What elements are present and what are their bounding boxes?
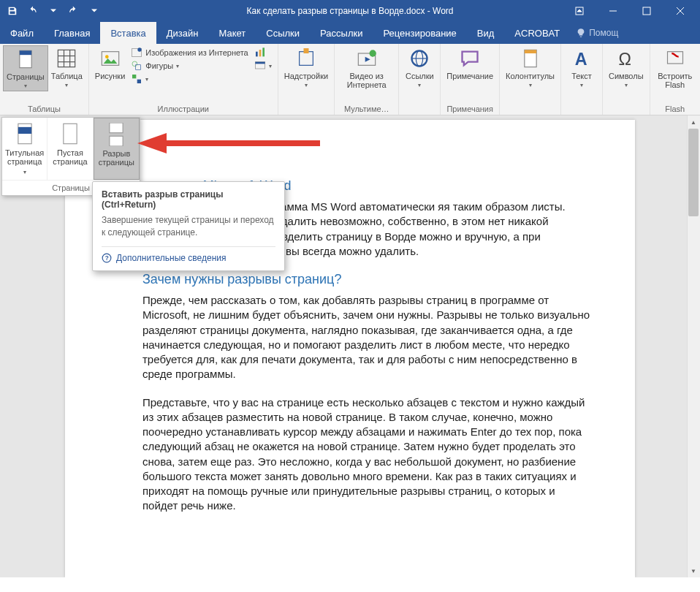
group-text: A Текст ▾ <box>561 44 603 115</box>
tab-home[interactable]: Главная <box>44 22 100 44</box>
header-footer-button[interactable]: Колонтитулы ▾ <box>503 45 558 90</box>
svg-rect-25 <box>300 52 313 66</box>
window-controls <box>563 0 697 22</box>
qat-customize[interactable] <box>85 1 104 20</box>
page-break-button[interactable]: Разрыв страницы <box>94 118 140 180</box>
svg-rect-18 <box>132 75 136 78</box>
tab-mailings[interactable]: Рассылки <box>310 22 373 44</box>
group-links: Ссылки ▾ <box>399 44 441 115</box>
comment-icon <box>458 47 482 70</box>
blank-page-button[interactable]: Пустая страница <box>47 118 93 180</box>
header-footer-label: Колонтитулы <box>506 72 555 80</box>
undo-button[interactable] <box>23 1 42 20</box>
svg-rect-7 <box>58 50 75 67</box>
cover-page-button[interactable]: Титульная страница ▾ <box>2 118 47 180</box>
tab-file[interactable]: Файл <box>0 22 44 44</box>
smartart-button[interactable]: ▾ <box>131 73 248 85</box>
svg-rect-36 <box>667 52 682 64</box>
pictures-icon <box>99 47 122 70</box>
ribbon-display-options[interactable] <box>563 0 596 22</box>
group-illustrations-label: Иллюстрации <box>92 103 275 115</box>
scroll-up-button[interactable]: ▲ <box>687 115 700 129</box>
dropdown-icon: ▾ <box>269 63 272 69</box>
doc-paragraph-3: Представьте, что у вас на странице есть … <box>142 395 591 514</box>
dropdown-icon: ▾ <box>65 82 68 88</box>
group-symbols: Ω Символы ▾ <box>603 44 650 115</box>
comment-button[interactable]: Примечание <box>444 45 496 82</box>
minimize-button[interactable] <box>596 0 630 22</box>
comment-label: Примечание <box>446 72 493 80</box>
tab-insert[interactable]: Вставка <box>100 22 156 44</box>
header-footer-icon <box>519 47 542 70</box>
svg-point-16 <box>132 61 137 67</box>
ribbon: Страницы ▾ Таблица ▾ Таблицы Рисунки Изо… <box>0 44 700 115</box>
group-comments: Примечание Примечания <box>441 44 500 115</box>
smartart-icon <box>131 73 142 85</box>
group-media: Видео из Интернета Мультиме… <box>335 44 399 115</box>
group-illustrations: Рисунки Изображения из Интернета Фигуры▾… <box>89 44 278 115</box>
tab-references[interactable]: Ссылки <box>256 22 310 44</box>
svg-rect-2 <box>643 7 650 15</box>
table-icon <box>55 47 78 70</box>
video-icon <box>355 47 378 70</box>
tooltip-more-label: Дополнительные сведения <box>116 253 226 263</box>
scroll-thumb[interactable] <box>688 129 699 216</box>
pictures-button[interactable]: Рисунки <box>92 45 129 82</box>
group-flash-label: Flash <box>653 103 697 115</box>
dropdown-icon: ▾ <box>145 76 148 83</box>
redo-button[interactable] <box>64 1 83 20</box>
group-comments-label: Примечания <box>444 103 496 115</box>
table-button[interactable]: Таблица ▾ <box>48 45 85 90</box>
symbols-button[interactable]: Ω Символы ▾ <box>606 45 647 90</box>
tell-me-label: Помощ <box>589 28 618 38</box>
text-button[interactable]: A Текст ▾ <box>564 45 599 90</box>
svg-rect-6 <box>20 50 31 55</box>
close-button[interactable] <box>663 0 697 22</box>
dropdown-icon: ▾ <box>529 82 532 88</box>
maximize-button[interactable] <box>630 0 663 22</box>
chart-button[interactable] <box>254 47 272 58</box>
dropdown-icon: ▾ <box>24 83 27 89</box>
save-button[interactable] <box>3 1 22 20</box>
flash-button[interactable]: Встроить Flash <box>653 45 697 91</box>
tab-review[interactable]: Рецензирование <box>373 22 466 44</box>
vertical-scrollbar[interactable]: ▲ ▼ <box>687 115 700 577</box>
pages-button[interactable]: Страницы ▾ <box>3 45 48 91</box>
cover-page-icon <box>13 122 37 145</box>
group-pages-tables: Страницы ▾ Таблица ▾ Таблицы <box>0 44 89 115</box>
svg-rect-41 <box>110 136 123 146</box>
svg-point-13 <box>105 55 109 58</box>
shapes-button[interactable]: Фигуры▾ <box>131 60 248 72</box>
dropdown-icon: ▾ <box>23 169 26 175</box>
svg-text:?: ? <box>105 255 109 262</box>
red-arrow-annotation <box>137 129 320 158</box>
scroll-down-button[interactable]: ▼ <box>687 564 700 577</box>
svg-point-28 <box>369 50 376 56</box>
group-headers: Колонтитулы ▾ <box>500 44 561 115</box>
undo-dropdown[interactable] <box>44 1 63 20</box>
tab-view[interactable]: Вид <box>467 22 505 44</box>
tab-acrobat[interactable]: ACROBAT <box>504 22 570 44</box>
online-video-button[interactable]: Видео из Интернета <box>338 45 395 91</box>
document-title: Как сделать разрыв страницы в Ворде.docx… <box>246 6 453 16</box>
symbols-icon: Ω <box>615 47 638 70</box>
symbols-label: Символы <box>609 72 644 80</box>
online-pictures-icon <box>131 47 142 58</box>
links-button[interactable]: Ссылки ▾ <box>402 45 437 90</box>
doc-heading-2: Зачем нужны разрывы страниц? <box>142 272 591 287</box>
chart-icon <box>254 47 266 58</box>
page-break-tooltip: Вставить разрыв страницы (Ctrl+Return) З… <box>92 181 285 271</box>
group-addins: Надстройки ▾ <box>278 44 335 115</box>
titlebar: Как сделать разрыв страницы в Ворде.docx… <box>0 0 700 22</box>
tell-me-input[interactable]: Помощ <box>576 22 618 44</box>
pages-label: Страницы <box>7 72 45 81</box>
addins-button[interactable]: Надстройки ▾ <box>281 45 331 90</box>
tooltip-more-link[interactable]: ? Дополнительные сведения <box>102 246 275 263</box>
svg-rect-40 <box>110 123 123 133</box>
online-pictures-button[interactable]: Изображения из Интернета <box>131 47 248 58</box>
shapes-icon <box>131 60 142 72</box>
tab-layout[interactable]: Макет <box>208 22 256 44</box>
svg-point-15 <box>138 48 142 51</box>
screenshot-button[interactable]: ▾ <box>254 60 272 72</box>
tab-design[interactable]: Дизайн <box>156 22 209 44</box>
